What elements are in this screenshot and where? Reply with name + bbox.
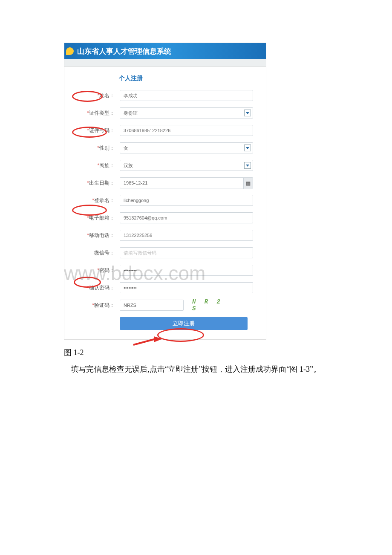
form-tab-title: 个人注册 <box>119 75 253 82</box>
instruction-text: 填写完信息检查无误后,点击“立即注册”按钮，进入注册成功界面“图 1-3”。 <box>55 363 375 376</box>
label-idno: *证件号码： <box>69 127 115 134</box>
label-password: *密码： <box>69 267 115 274</box>
label-dob: *出生日期： <box>69 179 115 187</box>
row-email: *电子邮箱： <box>69 212 253 223</box>
row-mobile: *移动电话： <box>69 230 253 241</box>
label-mobile: *移动电话： <box>69 232 115 239</box>
label-captcha: *验证码： <box>69 302 115 309</box>
app-logo-icon <box>66 47 74 55</box>
header-gap <box>64 59 266 67</box>
select-ethnic[interactable]: 汉族 <box>120 160 253 171</box>
input-captcha[interactable] <box>120 300 184 311</box>
label-wechat: 微信号： <box>69 249 115 257</box>
input-mobile[interactable] <box>120 230 253 241</box>
row-captcha: *验证码： N R 2 S <box>69 300 253 311</box>
app-header: 山东省人事人才管理信息系统 <box>64 43 266 59</box>
svg-marker-1 <box>154 336 162 342</box>
label-idtype: *证件类型： <box>69 110 115 117</box>
label-email: *电子邮箱： <box>69 214 115 222</box>
select-idtype[interactable]: 身份证 <box>120 107 253 119</box>
calendar-icon: ▦ <box>243 178 253 189</box>
row-password: *密码： <box>69 265 253 276</box>
annotation-circle-submit <box>157 328 204 342</box>
app-title: 山东省人事人才管理信息系统 <box>77 46 171 56</box>
date-dob[interactable]: 1985-12-21 ▦ <box>120 177 253 188</box>
submit-label: 立即注册 <box>173 320 195 327</box>
row-wechat: 微信号： <box>69 247 253 258</box>
row-password2: *确认密码： <box>69 282 253 293</box>
chevron-down-icon <box>244 145 251 151</box>
captcha-image[interactable]: N R 2 S <box>192 300 231 311</box>
input-login[interactable] <box>120 195 253 206</box>
form-area: 个人注册 *姓名： *证件类型： 身份证 *证件号码： *性别： <box>64 67 266 339</box>
input-idno[interactable] <box>120 125 253 136</box>
chevron-down-icon <box>244 162 251 169</box>
input-email[interactable] <box>120 212 253 223</box>
label-login: *登录名： <box>69 197 115 204</box>
figure-caption: 图 1-2 <box>64 347 337 358</box>
submit-register-button[interactable]: 立即注册 <box>120 317 248 330</box>
row-ethnic: *民族： 汉族 <box>69 160 253 171</box>
input-name[interactable] <box>120 90 253 101</box>
input-password2[interactable] <box>120 282 253 293</box>
label-password2: *确认密码： <box>69 284 115 292</box>
row-idtype: *证件类型： 身份证 <box>69 107 253 119</box>
svg-line-0 <box>133 339 156 345</box>
chevron-down-icon <box>244 110 251 116</box>
label-ethnic: *民族： <box>69 162 115 169</box>
input-wechat[interactable] <box>120 247 253 258</box>
select-gender[interactable]: 女 <box>120 142 253 153</box>
row-login: *登录名： <box>69 195 253 206</box>
row-name: *姓名： <box>69 90 253 101</box>
annotation-arrow-icon <box>133 336 162 348</box>
input-password[interactable] <box>120 265 253 276</box>
row-gender: *性别： 女 <box>69 142 253 153</box>
label-gender: *性别： <box>69 145 115 152</box>
label-name: *姓名： <box>69 92 115 99</box>
registration-form-screenshot: 山东省人事人才管理信息系统 个人注册 *姓名： *证件类型： 身份证 *证件号码… <box>64 43 266 340</box>
row-dob: *出生日期： 1985-12-21 ▦ <box>69 177 253 188</box>
row-idno: *证件号码： <box>69 125 253 136</box>
